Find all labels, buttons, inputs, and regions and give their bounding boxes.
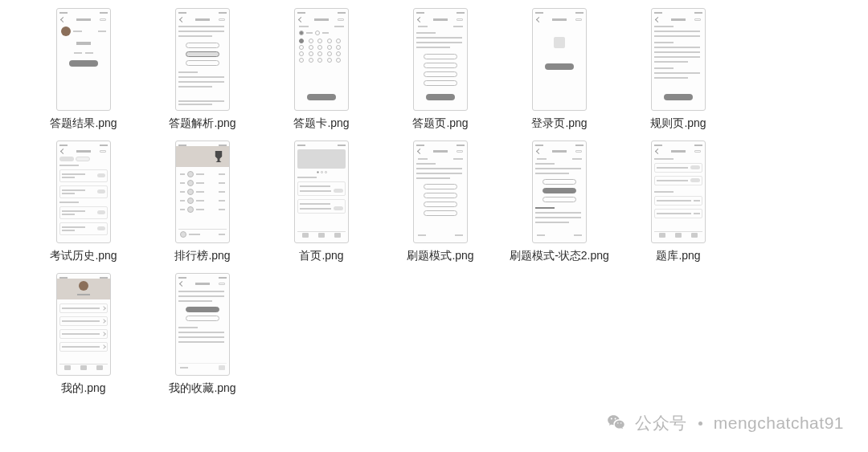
file-label: 规则页.png xyxy=(650,116,706,131)
file-thumbnail xyxy=(532,8,587,111)
file-label: 首页.png xyxy=(299,248,343,263)
file-item[interactable]: 答题结果.png xyxy=(24,8,143,131)
file-label: 我的收藏.png xyxy=(169,381,235,396)
file-item[interactable]: 刷题模式-状态2.png xyxy=(500,140,619,263)
file-item[interactable]: 考试历史.png xyxy=(24,140,143,263)
file-label: 刷题模式.png xyxy=(407,248,473,263)
file-item[interactable]: 规则页.png xyxy=(619,8,738,131)
watermark-separator-icon xyxy=(698,421,702,426)
file-label: 答题解析.png xyxy=(169,116,235,131)
file-item[interactable]: 排行榜.png xyxy=(143,140,262,263)
file-item[interactable]: 答题解析.png xyxy=(143,8,262,131)
file-item[interactable]: 答题卡.png xyxy=(262,8,381,131)
file-thumbnail xyxy=(294,8,349,111)
file-item[interactable]: 答题页.png xyxy=(381,8,500,131)
file-label: 考试历史.png xyxy=(50,248,117,263)
file-label: 答题页.png xyxy=(412,116,468,131)
file-label: 刷题模式-状态2.png xyxy=(510,248,609,263)
file-thumbnail xyxy=(175,273,230,376)
file-label: 题库.png xyxy=(656,248,700,263)
file-label: 我的.png xyxy=(61,381,105,396)
file-thumbnail xyxy=(56,140,111,243)
watermark-handle: mengchatchat91 xyxy=(714,413,844,433)
file-thumbnail xyxy=(175,8,230,111)
watermark: 公众号 mengchatchat91 xyxy=(606,412,844,434)
file-thumbnail xyxy=(56,8,111,111)
file-label: 排行榜.png xyxy=(174,248,230,263)
file-item[interactable]: 刷题模式.png xyxy=(381,140,500,263)
file-thumbnail xyxy=(413,8,468,111)
file-thumbnail xyxy=(413,140,468,243)
file-item[interactable]: 我的收藏.png xyxy=(143,273,262,396)
file-label: 登录页.png xyxy=(531,116,587,131)
file-thumbnail xyxy=(175,140,230,243)
file-label: 答题卡.png xyxy=(293,116,349,131)
file-label: 答题结果.png xyxy=(50,116,117,131)
watermark-prefix: 公众号 xyxy=(635,412,687,434)
file-thumbnail xyxy=(651,8,706,111)
file-thumbnail xyxy=(651,140,706,243)
file-item[interactable]: 登录页.png xyxy=(500,8,619,131)
file-item[interactable]: 我的.png xyxy=(24,273,143,396)
wechat-icon xyxy=(606,413,627,434)
file-grid: 答题结果.png 答题解析.png xyxy=(0,0,868,405)
file-thumbnail xyxy=(294,140,349,243)
file-item[interactable]: 首页.png xyxy=(262,140,381,263)
file-thumbnail xyxy=(532,140,587,243)
file-item[interactable]: 题库.png xyxy=(619,140,738,263)
file-thumbnail xyxy=(56,273,111,376)
